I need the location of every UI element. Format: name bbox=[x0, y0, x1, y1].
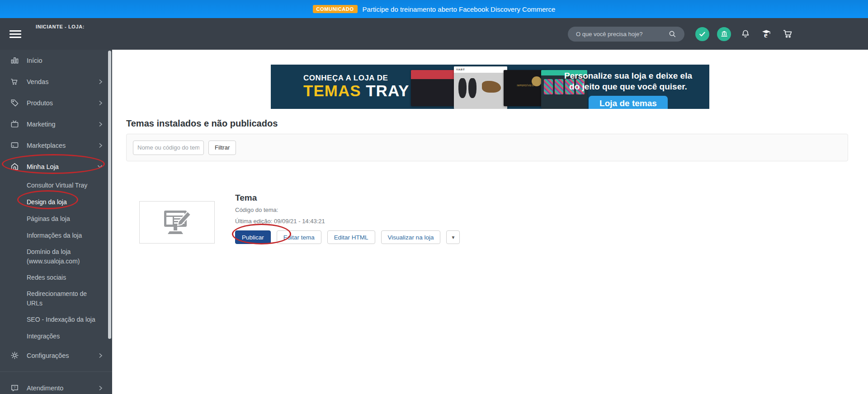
theme-actions: Publicar Editar tema Editar HTML Visuali… bbox=[235, 230, 460, 244]
theme-info: Tema Código do tema: Última edição: 09/0… bbox=[235, 193, 460, 244]
submenu-item-informacoes-da-loja[interactable]: Informações da loja bbox=[27, 227, 113, 244]
search-input[interactable] bbox=[576, 31, 665, 38]
search-icon[interactable] bbox=[665, 27, 679, 41]
submenu-item-design-da-loja[interactable]: Design da loja bbox=[27, 194, 113, 211]
chevron-right-icon bbox=[98, 385, 103, 391]
banner-right-line2: do jeito que que você quiser. bbox=[564, 81, 692, 92]
sidebar-item-minha-loja[interactable]: Minha Loja bbox=[0, 156, 112, 177]
banner-text-block: CONHEÇA A LOJA DE TEMAS TRAY bbox=[303, 74, 409, 99]
sidebar-item-label: Produtos bbox=[27, 99, 53, 107]
filter-button[interactable]: Filtrar bbox=[208, 141, 236, 155]
hamburger-menu-icon[interactable] bbox=[9, 28, 21, 40]
home-icon bbox=[9, 162, 19, 171]
edit-html-button[interactable]: Editar HTML bbox=[327, 230, 375, 244]
theme-name: Tema bbox=[235, 193, 460, 203]
sidebar-scrollbar[interactable] bbox=[108, 51, 111, 339]
submenu-item-consultor-virtual-tray[interactable]: Consultor Virtual Tray bbox=[27, 177, 113, 194]
banner-kicker: CONHEÇA A LOJA DE bbox=[303, 74, 409, 83]
sidebar-divider bbox=[0, 371, 112, 372]
sidebar-item-configuracoes[interactable]: Configurações bbox=[0, 345, 112, 366]
sidebar-item-marketing[interactable]: Marketing bbox=[0, 113, 112, 135]
chat-question-icon: ? bbox=[9, 384, 19, 392]
submenu-item-redes-sociais[interactable]: Redes sociais bbox=[27, 269, 113, 286]
theme-list-item: Tema Código do tema: Última edição: 09/0… bbox=[139, 193, 868, 244]
sidebar-item-label: Atendimento bbox=[27, 385, 63, 392]
edit-theme-button[interactable]: Editar tema bbox=[277, 230, 321, 244]
announcement-text[interactable]: Participe do treinamento aberto Facebook… bbox=[363, 5, 556, 13]
sidebar-item-vendas[interactable]: Vendas bbox=[0, 71, 112, 92]
theme-thumbnail bbox=[139, 201, 215, 244]
chevron-right-icon bbox=[98, 121, 103, 127]
sidebar-item-label: Marketplaces bbox=[27, 142, 66, 149]
bar-chart-icon bbox=[9, 56, 19, 65]
submenu-item-integracoes[interactable]: Integrações bbox=[27, 328, 113, 345]
sidebar-item-label: Início bbox=[27, 57, 42, 64]
view-in-store-button[interactable]: Visualizar na loja bbox=[381, 230, 441, 244]
main-content: CONHEÇA A LOJA DE TEMAS TRAY YART IMPERD… bbox=[112, 50, 868, 394]
page: { "announcement": { "badge": "COMUNICADO… bbox=[0, 0, 868, 394]
announcement-bar: COMUNICADO Participe do treinamento aber… bbox=[0, 0, 868, 18]
store-label: INICIANTE - LOJA: bbox=[36, 24, 85, 29]
tag-icon bbox=[9, 98, 19, 107]
sidebar-item-atendimento[interactable]: ? Atendimento bbox=[0, 377, 112, 394]
theme-more-actions-button[interactable]: ▼ bbox=[446, 230, 460, 244]
sidebar-item-marketplaces[interactable]: Marketplaces bbox=[0, 135, 112, 156]
banner-cta-block: Personalize sua loja e deixe ela do jeit… bbox=[564, 70, 692, 109]
sidebar-item-label: Vendas bbox=[27, 78, 48, 85]
chevron-right-icon bbox=[98, 352, 103, 359]
gear-icon bbox=[9, 351, 19, 360]
publish-button[interactable]: Publicar bbox=[235, 230, 271, 244]
sidebar-item-produtos[interactable]: Produtos bbox=[0, 92, 112, 113]
cart-icon[interactable] bbox=[781, 27, 795, 41]
submenu-item-paginas-da-loja[interactable]: Páginas da loja bbox=[27, 211, 113, 227]
chevron-right-icon bbox=[98, 100, 103, 106]
chevron-right-icon bbox=[98, 79, 103, 85]
chevron-right-icon bbox=[98, 142, 103, 149]
top-header: INICIANTE - LOJA: bbox=[0, 18, 868, 50]
minha-loja-submenu: Consultor Virtual Tray Design da loja Pá… bbox=[0, 177, 112, 345]
sidebar-item-label: Marketing bbox=[27, 121, 56, 128]
tv-icon bbox=[9, 120, 19, 128]
submenu-item-seo-indexacao[interactable]: SEO - Indexação da loja bbox=[27, 311, 113, 328]
chevron-down-icon bbox=[97, 164, 103, 169]
monitor-icon bbox=[9, 141, 19, 150]
svg-text:?: ? bbox=[13, 385, 15, 389]
banner-theme-screenshots: YART IMPERDÍVEIS bbox=[411, 65, 587, 109]
sidebar-item-inicio[interactable]: Início bbox=[0, 50, 112, 71]
check-circle-icon[interactable] bbox=[695, 27, 709, 41]
theme-last-edit: Última edição: 09/09/21 - 14:43:21 bbox=[235, 218, 460, 225]
header-icons: e bbox=[695, 27, 795, 41]
themes-store-banner[interactable]: CONHEÇA A LOJA DE TEMAS TRAY YART IMPERD… bbox=[271, 65, 709, 109]
submenu-item-redirecionamento-urls[interactable]: Redirecionamento de URLs bbox=[27, 286, 99, 311]
banner-theme-screenshot-3: IMPERDÍVEIS bbox=[504, 70, 547, 106]
banner-theme-screenshot-1 bbox=[411, 70, 456, 106]
theme-filter-input[interactable] bbox=[133, 141, 204, 155]
loja-de-temas-button[interactable]: Loja de temas bbox=[589, 96, 668, 109]
cart-icon bbox=[9, 77, 19, 86]
banner-right-line1: Personalize sua loja e deixe ela bbox=[564, 70, 692, 81]
bell-icon[interactable] bbox=[739, 27, 752, 41]
sidebar-item-label: Minha Loja bbox=[27, 163, 59, 170]
theme-code-label: Código do tema: bbox=[235, 206, 460, 213]
escola-tray-icon[interactable]: e bbox=[760, 27, 774, 41]
submenu-item-dominio-da-loja[interactable]: Domínio da loja (www.sualoja.com) bbox=[27, 244, 99, 269]
page-title: Temas instalados e não publicados bbox=[126, 118, 868, 129]
sidebar-nav: Início Vendas Produtos Marketing bbox=[0, 50, 112, 394]
bank-icon[interactable] bbox=[717, 27, 731, 41]
banner-theme-screenshot-2: YART bbox=[454, 66, 507, 109]
filter-panel: Filtrar bbox=[126, 134, 848, 161]
theme-placeholder-icon bbox=[160, 209, 195, 236]
sidebar-item-label: Configurações bbox=[27, 352, 69, 359]
announcement-badge: COMUNICADO bbox=[313, 5, 358, 13]
banner-title: TEMAS TRAY bbox=[303, 83, 409, 99]
header-search[interactable] bbox=[568, 27, 684, 42]
